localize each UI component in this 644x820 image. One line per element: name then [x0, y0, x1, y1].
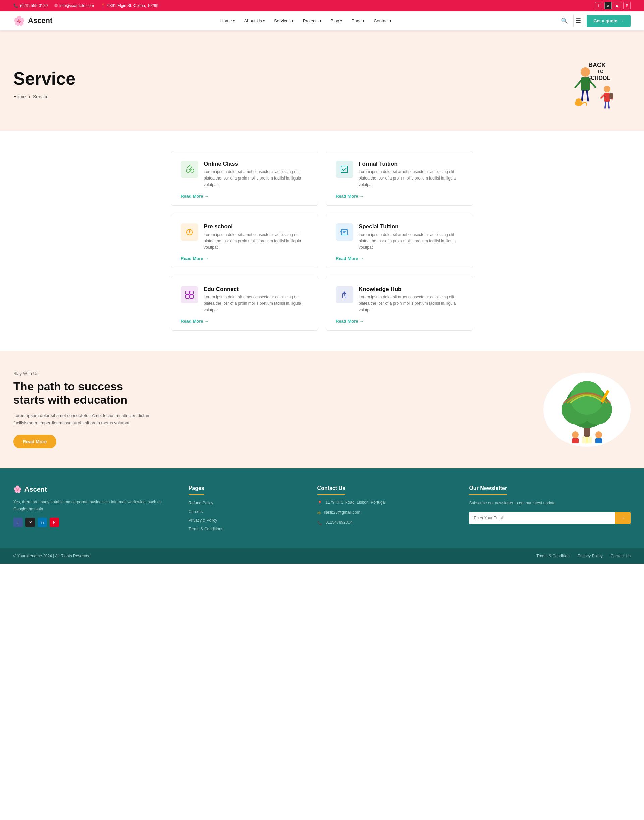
service-card-pre-school: Pre school Lorem ipsum dolor sit amet co… — [171, 214, 318, 269]
svg-rect-31 — [190, 291, 193, 294]
read-more-special-tuition[interactable]: Read More → — [336, 256, 463, 261]
email-icon: ✉ — [317, 511, 320, 515]
nav-page[interactable]: Page — [348, 16, 368, 26]
footer-newsletter-title: Our Newsletter — [469, 485, 507, 494]
phone-number: (629) 555-0129 — [20, 3, 48, 8]
svg-rect-43 — [572, 438, 579, 443]
read-more-pre-school[interactable]: Read More → — [181, 256, 308, 261]
logo[interactable]: 🌸 Ascent — [14, 15, 52, 26]
footer-facebook-icon[interactable]: f — [14, 518, 23, 527]
nav-blog[interactable]: Blog — [327, 16, 346, 26]
cta-description: Lorem ipsum dolor sit amet consectetur. … — [14, 412, 154, 427]
breadcrumb-home[interactable]: Home — [14, 94, 26, 99]
search-icon[interactable]: 🔍 — [559, 16, 570, 26]
svg-text:SCHOOL: SCHOOL — [587, 75, 610, 81]
top-bar-left: 📞 (629) 555-0129 ✉ info@example.com 📍 63… — [14, 3, 158, 8]
knowledge-hub-icon — [336, 286, 353, 303]
trams-condition-link[interactable]: Trams & Condition — [536, 554, 570, 558]
breadcrumb: Home › Service — [14, 94, 75, 99]
footer-socials: f ✕ in P — [14, 518, 175, 527]
nav-home[interactable]: Home — [216, 16, 239, 26]
card-title: Pre school — [204, 223, 308, 230]
footer-description: Yes, there are many notable ma corporate… — [14, 499, 175, 512]
service-card-special-tuition: Special Tuition Lorem ipsum dolor sit am… — [326, 214, 473, 269]
footer-logo-text: Ascent — [25, 485, 47, 493]
svg-point-4 — [581, 68, 590, 77]
svg-line-15 — [609, 102, 609, 108]
service-card-edu-connect: Edu Connect Lorem ipsum dolor sit amet c… — [171, 276, 318, 331]
privacy-policy-bottom-link[interactable]: Privacy Policy — [578, 554, 603, 558]
twitter-icon-top[interactable]: ✕ — [604, 2, 612, 9]
instagram-icon-top[interactable]: ▶ — [614, 2, 621, 9]
svg-point-42 — [572, 431, 579, 438]
list-item: Privacy & Policy — [189, 517, 304, 523]
services-grid: Online Class Lorem ipsum dolor sit amet … — [171, 151, 473, 331]
facebook-icon-top[interactable]: f — [595, 2, 603, 9]
cta-read-more-button[interactable]: Read More — [14, 435, 56, 448]
get-quote-button[interactable]: Get a quote → — [587, 15, 630, 27]
email-address: info@example.com — [59, 3, 94, 8]
hero-banner: Service Home › Service BACK TO SCHOOL — [0, 30, 644, 131]
refund-policy-link[interactable]: Refund Policy — [189, 501, 213, 505]
footer-pages-col: Pages Refund Policy Careers Privacy & Po… — [189, 485, 304, 535]
cta-text-block: Slay With Us The path to success starts … — [14, 371, 154, 448]
footer-logo-icon: 🌸 — [14, 485, 22, 493]
privacy-policy-link[interactable]: Privacy & Policy — [189, 518, 217, 523]
svg-point-44 — [595, 431, 602, 438]
pinterest-icon-top[interactable]: P — [623, 2, 630, 9]
logo-text: Ascent — [28, 17, 52, 25]
card-description: Lorem ipsum dolor sit amet consectetur a… — [204, 232, 308, 251]
read-more-knowledge-hub[interactable]: Read More → — [336, 319, 463, 324]
careers-link[interactable]: Careers — [189, 509, 203, 514]
card-text: Edu Connect Lorem ipsum dolor sit amet c… — [204, 286, 308, 313]
card-header: Pre school Lorem ipsum dolor sit amet co… — [181, 223, 308, 251]
read-more-edu-connect[interactable]: Read More → — [181, 319, 308, 324]
terms-conditions-link[interactable]: Terms & Conditions — [189, 527, 223, 531]
footer-phone-text: 012547892354 — [326, 520, 353, 525]
footer-email-text: sakib23@gmail.com — [324, 510, 360, 515]
newsletter-email-input[interactable] — [469, 512, 615, 524]
svg-point-10 — [604, 86, 610, 92]
footer-grid: 🌸 Ascent Yes, there are many notable ma … — [14, 485, 630, 548]
svg-rect-30 — [186, 291, 189, 294]
cta-tag: Slay With Us — [14, 371, 154, 376]
formal-tuition-icon — [336, 161, 353, 178]
footer-contact-col: Contact Us 📍 1179 KFC Road, Lisbon, Port… — [317, 485, 456, 535]
footer-linkedin-icon[interactable]: in — [38, 518, 47, 527]
svg-rect-45 — [595, 438, 602, 443]
contact-us-bottom-link[interactable]: Contact Us — [611, 554, 630, 558]
address-info: 📍 6391 Elgin St. Celina, 10299 — [101, 3, 158, 8]
footer-pinterest-icon[interactable]: P — [50, 518, 59, 527]
nav-contact[interactable]: Contact — [370, 16, 396, 26]
footer-twitter-icon[interactable]: ✕ — [26, 518, 35, 527]
svg-rect-26 — [342, 229, 348, 235]
read-more-formal-tuition[interactable]: Read More → — [336, 193, 463, 199]
svg-point-22 — [190, 169, 194, 172]
nav-projects[interactable]: Projects — [299, 16, 325, 26]
service-card-online-class: Online Class Lorem ipsum dolor sit amet … — [171, 151, 318, 206]
hero-image: BACK TO SCHOOL — [557, 50, 630, 117]
nav-about[interactable]: About Us — [240, 16, 269, 26]
edu-connect-icon — [181, 286, 198, 303]
email-info: ✉ info@example.com — [54, 3, 94, 8]
svg-line-9 — [587, 91, 588, 101]
footer-bottom: © Yoursitename 2024 | All Rights Reserve… — [0, 548, 644, 564]
menu-icon[interactable]: ☰ — [573, 15, 583, 27]
card-description: Lorem ipsum dolor sit amet consectetur a… — [359, 169, 463, 188]
cta-title: The path to success starts with educatio… — [14, 379, 154, 407]
navbar: 🌸 Ascent Home About Us Services Projects… — [0, 11, 644, 30]
card-header: Knowledge Hub Lorem ipsum dolor sit amet… — [336, 286, 463, 313]
phone-info: 📞 (629) 555-0129 — [14, 3, 48, 8]
back-to-school-illustration: BACK TO SCHOOL — [560, 54, 627, 114]
copyright-text: © Yoursitename 2024 | All Rights Reserve… — [14, 554, 90, 558]
nav-services[interactable]: Services — [270, 16, 297, 26]
footer-bottom-links: Trams & Condition Privacy Policy Contact… — [536, 554, 630, 558]
newsletter-submit-button[interactable]: → — [615, 512, 630, 524]
read-more-online-class[interactable]: Read More → — [181, 193, 308, 199]
card-title: Online Class — [204, 161, 308, 167]
card-text: Pre school Lorem ipsum dolor sit amet co… — [204, 223, 308, 251]
card-text: Knowledge Hub Lorem ipsum dolor sit amet… — [359, 286, 463, 313]
svg-rect-11 — [604, 93, 610, 102]
card-description: Lorem ipsum dolor sit amet consectetur a… — [204, 169, 308, 188]
top-bar: 📞 (629) 555-0129 ✉ info@example.com 📍 63… — [0, 0, 644, 11]
